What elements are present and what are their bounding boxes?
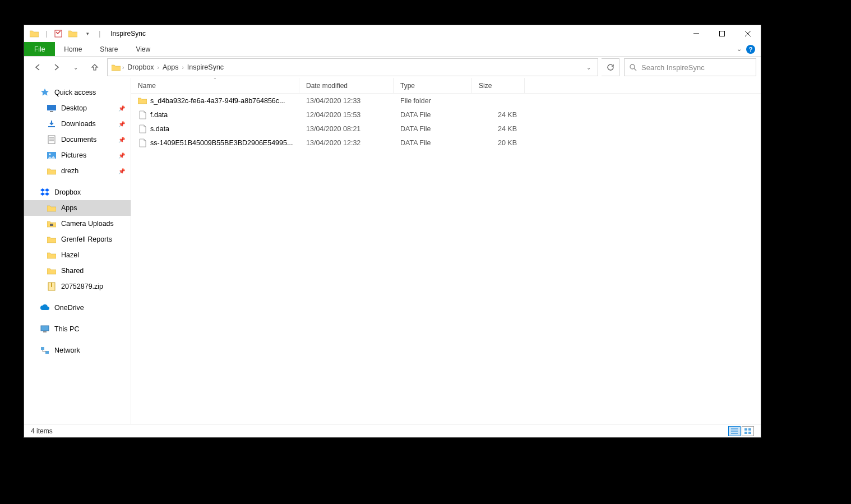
thumbnails-view-button[interactable] — [742, 426, 754, 436]
maximize-button[interactable] — [709, 25, 735, 42]
file-name: s_d4ba932c-fe6a-4a37-94f9-a8b764856c... — [150, 97, 285, 105]
qat-dropdown-icon[interactable]: ▾ — [82, 28, 93, 39]
sidebar-quick-access[interactable]: Quick access — [24, 85, 131, 100]
svg-rect-2 — [720, 31, 725, 36]
column-header-size[interactable]: Size — [472, 78, 525, 93]
sidebar-item-label: 20752879.zip — [61, 283, 103, 290]
sidebar-item-label: This PC — [54, 325, 79, 333]
chevron-down-icon[interactable]: ⌄ — [737, 45, 742, 53]
sidebar-item-label: Dropbox — [54, 188, 81, 196]
window-title: InspireSync — [110, 30, 146, 38]
file-size: 20 KB — [472, 139, 525, 147]
file-list-pane: Name ⌃ Date modified Type Size s_d4ba932… — [131, 78, 761, 424]
sidebar-item[interactable]: Hazel — [24, 247, 131, 263]
sidebar-item[interactable]: Documents📌 — [24, 132, 131, 147]
file-date: 13/04/2020 08:21 — [299, 125, 394, 133]
refresh-button[interactable] — [602, 58, 619, 76]
folder-icon — [47, 251, 57, 260]
folder-icon — [138, 96, 147, 105]
table-row[interactable]: s.data13/04/2020 08:21DATA File24 KB — [131, 122, 761, 136]
chevron-right-icon[interactable]: › — [156, 64, 160, 71]
pictures-icon — [47, 151, 57, 160]
column-header-type[interactable]: Type — [394, 78, 472, 93]
tab-share[interactable]: Share — [91, 42, 127, 56]
sidebar-onedrive[interactable]: OneDrive — [24, 300, 131, 316]
cloud-icon — [40, 303, 50, 312]
star-icon — [40, 88, 50, 97]
breadcrumb-segment[interactable]: InspireSync — [185, 63, 226, 71]
sidebar-this-pc[interactable]: This PC — [24, 321, 131, 337]
sidebar-item[interactable]: Shared — [24, 263, 131, 279]
navigation-pane: Quick access Desktop📌Downloads📌Documents… — [24, 78, 131, 424]
table-row[interactable]: ss-1409E51B45009B55BE3BD2906E54995...13/… — [131, 136, 761, 150]
pin-icon: 📌 — [118, 105, 125, 112]
folder-small-icon[interactable] — [67, 28, 78, 39]
sidebar-item-label: Apps — [61, 204, 77, 212]
sidebar-item[interactable]: Camera Uploads — [24, 216, 131, 232]
chevron-right-icon[interactable]: › — [121, 64, 125, 71]
forward-button[interactable] — [48, 59, 66, 75]
file-icon — [138, 124, 147, 133]
column-header-date[interactable]: Date modified — [299, 78, 394, 93]
folder-icon — [47, 266, 57, 275]
folder-icon — [47, 204, 57, 212]
file-tab[interactable]: File — [24, 42, 55, 56]
file-name: f.data — [150, 111, 168, 119]
svg-rect-8 — [50, 111, 53, 112]
pin-icon: 📌 — [118, 168, 125, 174]
file-size: 24 KB — [472, 111, 525, 119]
sidebar-item[interactable]: Grenfell Reports — [24, 232, 131, 247]
file-size: 24 KB — [472, 125, 525, 133]
sidebar-item-label: Downloads — [61, 120, 96, 128]
svg-point-15 — [49, 153, 51, 155]
separator: | — [45, 30, 47, 38]
tab-home[interactable]: Home — [55, 42, 91, 56]
details-view-button[interactable] — [728, 426, 741, 436]
folder-cam-icon — [47, 219, 57, 228]
search-input[interactable]: Search InspireSync — [624, 58, 756, 76]
address-dropdown-icon[interactable]: ⌄ — [583, 64, 594, 71]
svg-rect-26 — [744, 428, 747, 431]
sidebar-item[interactable]: Apps — [24, 200, 131, 216]
svg-rect-27 — [748, 428, 751, 431]
table-row[interactable]: s_d4ba932c-fe6a-4a37-94f9-a8b764856c...1… — [131, 94, 761, 108]
file-name: s.data — [150, 125, 169, 133]
minimize-button[interactable] — [683, 25, 709, 42]
file-icon — [138, 110, 147, 119]
sidebar-network[interactable]: Network — [24, 343, 131, 358]
close-button[interactable] — [735, 25, 761, 42]
properties-icon[interactable] — [53, 28, 64, 39]
network-icon — [40, 346, 50, 355]
svg-rect-16 — [50, 224, 53, 226]
svg-rect-9 — [48, 126, 55, 127]
sidebar-item[interactable]: Pictures📌 — [24, 147, 131, 163]
pin-icon: 📌 — [118, 137, 125, 143]
help-icon[interactable]: ? — [746, 45, 755, 54]
title-bar: | ▾ | InspireSync — [24, 25, 761, 42]
chevron-right-icon[interactable]: › — [181, 64, 184, 71]
svg-line-6 — [634, 68, 636, 71]
sidebar-item[interactable]: Desktop📌 — [24, 100, 131, 116]
sidebar-item[interactable]: 20752879.zip — [24, 279, 131, 294]
up-button[interactable] — [86, 59, 104, 75]
folder-icon — [47, 235, 57, 244]
column-header-name[interactable]: Name ⌃ — [131, 78, 299, 93]
breadcrumb-segment[interactable]: Dropbox — [125, 63, 156, 71]
breadcrumb-segment[interactable]: Apps — [160, 63, 181, 71]
file-type: DATA File — [394, 125, 472, 133]
sidebar-item-label: drezh — [61, 167, 78, 175]
column-headers: Name ⌃ Date modified Type Size — [131, 78, 761, 94]
sidebar-item[interactable]: drezh📌 — [24, 163, 131, 179]
file-date: 13/04/2020 12:32 — [299, 139, 394, 147]
svg-rect-20 — [43, 331, 47, 332]
back-button[interactable] — [29, 59, 47, 75]
file-date: 13/04/2020 12:33 — [299, 97, 394, 105]
table-row[interactable]: f.data12/04/2020 15:53DATA File24 KB — [131, 108, 761, 122]
sidebar-item[interactable]: Downloads📌 — [24, 116, 131, 132]
file-date: 12/04/2020 15:53 — [299, 111, 394, 119]
address-bar[interactable]: › Dropbox › Apps › InspireSync ⌄ — [107, 58, 598, 76]
tab-view[interactable]: View — [127, 42, 159, 56]
recent-dropdown-icon[interactable]: ⌄ — [67, 59, 85, 75]
sidebar-dropbox[interactable]: Dropbox — [24, 184, 131, 200]
sidebar-item-label: Camera Uploads — [61, 220, 114, 228]
